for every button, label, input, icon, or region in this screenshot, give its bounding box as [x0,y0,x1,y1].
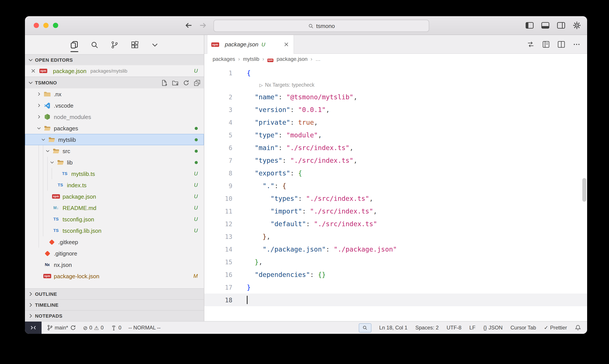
tree-item-readme-md[interactable]: M↓README.mdU [25,202,204,213]
tree-item-tsconfig-json[interactable]: TStsconfig.jsonU [25,213,204,225]
notifications-bell-icon[interactable] [575,325,581,331]
explorer-icon[interactable] [69,40,79,49]
extensions-icon[interactable] [130,40,139,49]
toggle-primary-sidebar-icon[interactable] [525,21,534,30]
tree-item-gitignore[interactable]: .gitignore [25,248,204,259]
code-line-1[interactable]: 1{ [204,66,587,79]
breadcrumb-item-package-json[interactable]: package.json [276,56,307,62]
tree-item-package-lock-json[interactable]: npmpackage-lock.jsonM [25,270,204,282]
code-editor[interactable]: 1{▷Nx Targets: typecheck2 "name": "@tsmo… [204,64,587,321]
close-editor-icon[interactable] [30,68,36,74]
tree-item-label: packages [54,125,78,131]
tree-item-package-json[interactable]: npmpackage.jsonU [25,191,204,202]
more-actions-icon[interactable] [572,40,581,48]
open-preview-icon[interactable] [542,40,550,48]
ports-status[interactable]: 0 [111,325,121,331]
breadcrumb-separator: › [311,56,312,62]
sync-changes-icon [70,325,76,331]
branch-name: main* [55,325,68,331]
code-line-16[interactable]: 16 "dependencies": {} [204,268,587,281]
open-editor-item-package-json[interactable]: npm package.json packages/mytslib U [25,65,204,77]
source-control-icon[interactable] [110,40,119,49]
more-icon[interactable] [150,40,159,49]
code-line-15[interactable]: 15 }, [204,256,587,268]
code-line-6[interactable]: 6 "main": "./src/index.ts", [204,141,587,154]
code-line-3[interactable]: 3 "version": "0.0.1", [204,103,587,116]
code-line-10[interactable]: 10 "types": "./src/index.ts", [204,192,587,205]
git-status-badge: U [194,193,198,199]
open-editors-header[interactable]: OPEN EDITORS [25,54,204,65]
close-tab-icon[interactable] [283,41,290,48]
section-header-outline[interactable]: OUTLINE [25,288,204,299]
breadcrumb-item-mytslib[interactable]: mytslib [243,56,259,62]
section-header-notepads[interactable]: NOTEPADS [25,310,204,321]
tree-item-mytslib-ts[interactable]: TSmytslib.tsU [25,168,204,179]
code-line-2[interactable]: 2 "name": "@tsmono/mytslib", [204,91,587,103]
toggle-panel-icon[interactable] [541,21,550,30]
code-line-12[interactable]: 12 "default": "./src/index.ts" [204,217,587,230]
back-button[interactable] [184,21,193,30]
new-file-icon[interactable] [161,79,168,86]
problems-status[interactable]: ⊘ 0 ⚠ 0 [83,325,104,331]
close-window-button[interactable] [34,23,39,28]
tab-package-json[interactable]: npm package.json U [207,35,294,54]
code-line-14[interactable]: 14 "./package.json": "./package.json" [204,243,587,256]
code-line-4[interactable]: 4 "private": true, [204,116,587,129]
chevron-right-icon [27,313,34,319]
refresh-icon[interactable] [183,79,189,86]
eol-status[interactable]: LF [469,325,475,331]
code-line-17[interactable]: 17} [204,281,587,294]
new-folder-icon[interactable] [172,79,179,86]
cursor-position-status[interactable]: Ln 18, Col 1 [379,325,407,331]
code-line-9[interactable]: 9 ".": { [204,179,587,192]
indentation-status[interactable]: Spaces: 2 [415,325,439,331]
line-number: 17 [204,284,232,291]
forward-button[interactable] [199,21,207,30]
formatter-status[interactable]: ✓ Prettier [544,325,567,331]
chevron-down-icon [50,160,55,165]
language-name: JSON [489,325,503,331]
editor-scrollbar[interactable] [582,178,586,202]
breadcrumb-item-packages[interactable]: packages [213,56,235,62]
remote-window-button[interactable] [25,322,41,334]
command-center-search[interactable]: tsmono [213,20,429,32]
git-branch-status[interactable]: main* [47,325,76,331]
tree-item-index-ts[interactable]: TSindex.tsU [25,179,204,191]
open-editors-label: OPEN EDITORS [35,57,73,63]
breadcrumb-item-symbol[interactable]: … [315,56,321,62]
language-mode-status[interactable]: {} JSON [483,325,503,331]
workspace-header[interactable]: TSMONO [25,77,204,88]
tree-item-tsconfig-lib-json[interactable]: TStsconfig.lib.jsonU [25,225,204,236]
zoom-window-button[interactable] [53,23,58,28]
tree-item-packages[interactable]: packages [25,122,204,134]
codelens-nx-targets[interactable]: ▷Nx Targets: typecheck [204,79,587,91]
code-line-5[interactable]: 5 "type": "module", [204,129,587,141]
tree-item-mytslib[interactable]: mytslib [25,134,204,145]
zoom-indicator[interactable] [359,323,371,332]
open-changes-icon[interactable] [526,40,535,48]
code-line-11[interactable]: 11 "import": "./src/index.ts", [204,205,587,217]
collapse-all-icon[interactable] [194,79,200,86]
minimize-window-button[interactable] [43,23,49,28]
tree-item-nx-json[interactable]: Nxnx.json [25,259,204,270]
code-line-8[interactable]: 8 "exports": { [204,167,587,179]
tree-item-lib[interactable]: lib [25,157,204,168]
line-number: 6 [204,144,232,151]
tree-item-node-modules[interactable]: node_modules [25,111,204,122]
toggle-secondary-sidebar-icon[interactable] [557,21,566,30]
cursor-tab-status[interactable]: Cursor Tab [511,325,536,331]
code-line-18[interactable]: 18 [204,294,587,306]
warnings-icon: ⚠ [94,325,99,331]
tree-item-nx[interactable]: .nx [25,88,204,100]
tree-item-gitkeep[interactable]: .gitkeep [25,236,204,248]
settings-gear-icon[interactable] [572,21,582,30]
tree-item-src[interactable]: src [25,145,204,157]
tree-item-vscode[interactable]: .vscode [25,100,204,111]
search-icon[interactable] [90,40,99,49]
editor-group: npm package.json U packages › [204,35,587,321]
code-line-7[interactable]: 7 "types": "./src/index.ts", [204,154,587,167]
section-header-timeline[interactable]: TIMELINE [25,299,204,310]
encoding-status[interactable]: UTF-8 [446,325,461,331]
code-line-13[interactable]: 13 }, [204,230,587,243]
split-editor-icon[interactable] [557,40,566,48]
